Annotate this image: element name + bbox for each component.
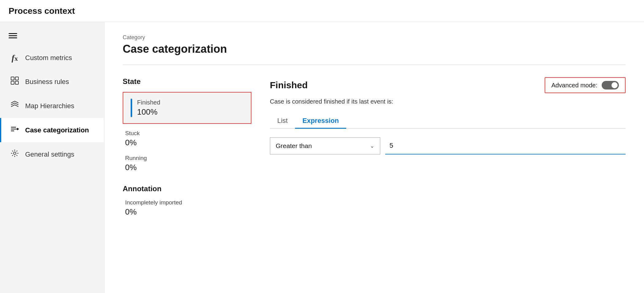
annotation-item-label: Incompletely imported — [125, 199, 251, 206]
advanced-mode-box: Advanced mode: — [545, 77, 626, 93]
sidebar: fx Custom metrics Business rules — [0, 22, 104, 293]
sidebar-label-map-hierarchies: Map Hierarchies — [25, 102, 74, 110]
toggle-thumb — [611, 82, 618, 88]
sort-icon — [10, 125, 20, 135]
state-item-stuck-label: Stuck — [125, 130, 251, 137]
annotation-item-incompletely-imported: Incompletely imported 0% — [123, 199, 251, 217]
menu-button[interactable] — [0, 28, 104, 43]
toggle-track — [602, 81, 619, 89]
svg-rect-3 — [15, 81, 18, 84]
app-title: Process context — [9, 6, 75, 16]
divider — [123, 65, 626, 65]
right-description: Case is considered finished if its last … — [270, 98, 626, 105]
right-title: Finished — [270, 80, 308, 90]
advanced-mode-label: Advanced mode: — [551, 82, 597, 89]
svg-point-7 — [13, 152, 16, 154]
sidebar-label-general-settings: General settings — [25, 150, 74, 158]
tab-bar: List Expression — [270, 114, 626, 129]
advanced-mode-toggle[interactable] — [602, 81, 619, 89]
grid-icon — [10, 76, 20, 87]
annotation-section-title: Annotation — [123, 185, 251, 193]
state-item-stuck-value: 0% — [125, 138, 251, 147]
top-header: Process context — [0, 0, 644, 22]
tab-list[interactable]: List — [270, 114, 295, 129]
right-header: Finished Advanced mode: — [270, 77, 626, 93]
greater-than-dropdown[interactable]: Greater than ⌄ — [270, 137, 380, 154]
annotation-section: Annotation Incompletely imported 0% — [123, 185, 251, 217]
state-card-finished[interactable]: Finished 100% — [123, 92, 251, 124]
expression-value-input[interactable] — [385, 137, 626, 154]
state-card-value: 100% — [137, 107, 160, 117]
dropdown-value: Greater than — [276, 142, 312, 150]
sidebar-item-custom-metrics[interactable]: fx Custom metrics — [0, 46, 104, 70]
state-section-title: State — [123, 77, 251, 86]
page-meta: Category — [123, 34, 626, 41]
state-card-bar — [131, 99, 132, 117]
sidebar-item-case-categorization[interactable]: Case categorization — [0, 118, 104, 142]
content-area: Category Case categorization State Finis… — [104, 22, 644, 293]
state-item-running: Running 0% — [123, 155, 251, 172]
svg-rect-1 — [15, 77, 18, 80]
hamburger-icon — [9, 32, 17, 40]
sidebar-item-map-hierarchies[interactable]: Map Hierarchies — [0, 94, 104, 118]
sidebar-label-custom-metrics: Custom metrics — [25, 54, 72, 62]
state-item-running-label: Running — [125, 155, 251, 162]
sidebar-label-case-categorization: Case categorization — [25, 126, 89, 134]
svg-rect-2 — [11, 81, 14, 84]
page-title: Case categorization — [123, 43, 626, 55]
sidebar-item-business-rules[interactable]: Business rules — [0, 70, 104, 94]
right-column: Finished Advanced mode: Case is consider… — [270, 77, 626, 217]
gear-icon — [10, 149, 20, 160]
left-column: State Finished 100% Stuck 0% Running — [123, 77, 251, 217]
sidebar-label-business-rules: Business rules — [25, 78, 69, 86]
state-card-label: Finished — [137, 99, 160, 106]
expression-row: Greater than ⌄ — [270, 137, 626, 154]
tab-expression[interactable]: Expression — [295, 114, 346, 129]
svg-rect-0 — [11, 77, 14, 80]
state-card-content: Finished 100% — [137, 99, 160, 117]
chevron-down-icon: ⌄ — [370, 143, 374, 149]
content-columns: State Finished 100% Stuck 0% Running — [123, 77, 626, 217]
sidebar-item-general-settings[interactable]: General settings — [0, 142, 104, 166]
state-item-stuck: Stuck 0% — [123, 130, 251, 147]
annotation-item-value: 0% — [125, 207, 251, 217]
layers-icon — [10, 101, 20, 111]
state-item-running-value: 0% — [125, 163, 251, 172]
fx-icon: fx — [10, 53, 20, 63]
main-layout: fx Custom metrics Business rules — [0, 22, 644, 293]
